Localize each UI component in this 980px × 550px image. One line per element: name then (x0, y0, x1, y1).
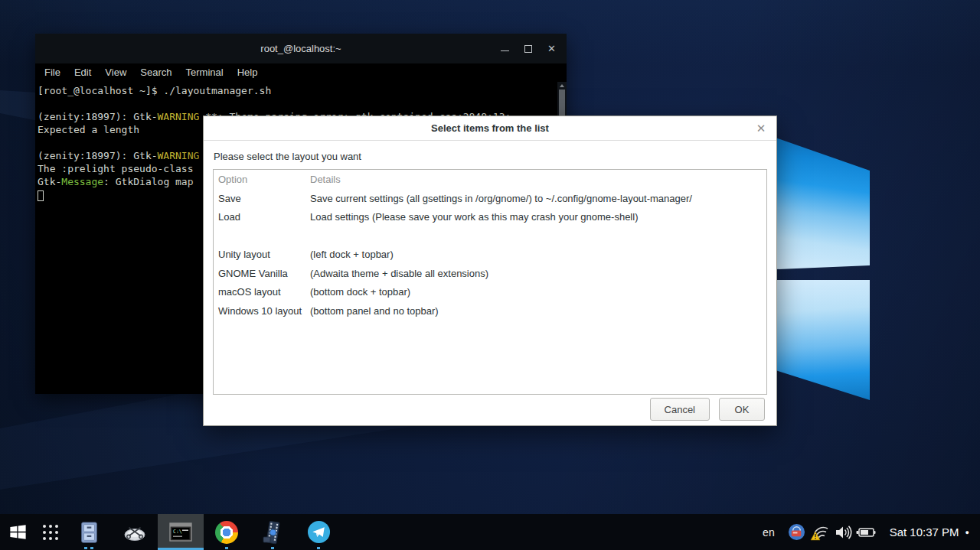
film-strip-icon (260, 520, 285, 545)
list-header: Option Details (214, 170, 766, 189)
list-item-windows10-layout[interactable]: Windows 10 layout (bottom panel and no t… (214, 301, 766, 321)
list-item-macos-layout[interactable]: macOS layout (bottom dock + topbar) (214, 283, 766, 302)
option-cell: Load (214, 211, 305, 223)
window-indicator (317, 547, 320, 549)
apps-grid-icon (41, 523, 60, 542)
list-item-blank[interactable] (214, 226, 766, 246)
scissors-disc-icon (122, 520, 148, 545)
list-item-save[interactable]: Save Save current settings (all gsetting… (214, 189, 766, 208)
battery-icon (856, 526, 876, 539)
details-cell: (left dock + topbar) (305, 249, 766, 260)
menu-search[interactable]: Search (133, 67, 178, 78)
terminal-cursor (38, 190, 44, 201)
notification-dot[interactable]: ● (962, 529, 975, 536)
taskbar-app-video-editor[interactable] (250, 514, 296, 550)
terminal-menubar: File Edit View Search Terminal Help (35, 63, 567, 81)
show-applications-button[interactable] (35, 514, 66, 550)
menu-file[interactable]: File (38, 67, 67, 78)
battery-button[interactable] (854, 514, 877, 550)
layout-listbox: Option Details Save Save current setting… (213, 169, 767, 395)
warning-keyword: WARNING (158, 150, 200, 161)
tray-app-button[interactable] (786, 514, 808, 550)
taskbar-app-scissors-tool[interactable] (112, 514, 158, 550)
menu-view[interactable]: View (98, 67, 133, 78)
option-cell: Windows 10 layout (214, 305, 305, 317)
taskbar-app-terminal[interactable]: C:\ (158, 514, 204, 550)
log-text: The :prelight pseudo-class (38, 163, 194, 174)
log-text: (zenity:18997): Gtk- (38, 150, 158, 161)
dialog-prompt: Please select the layout you want (214, 151, 767, 162)
ok-button[interactable]: OK (719, 398, 765, 421)
window-indicator (84, 547, 93, 549)
details-cell: (Adwaita theme + disable all extensions) (305, 268, 766, 279)
speaker-icon (834, 524, 852, 541)
terminal-icon-text: C:\ (173, 529, 182, 535)
taskbar-app-telegram[interactable] (296, 514, 341, 550)
option-cell: Unity layout (214, 249, 305, 260)
window-indicator (271, 547, 274, 549)
column-header-option[interactable]: Option (214, 174, 305, 185)
maximize-icon[interactable] (524, 45, 532, 53)
window-indicator (225, 547, 228, 549)
dialog-titlebar[interactable]: Select items from the list ✕ (204, 116, 776, 141)
terminal-titlebar[interactable]: root_@localhost:~ ✕ (35, 34, 567, 63)
scroll-up-icon[interactable] (560, 84, 564, 87)
log-text: (zenity:18997): Gtk- (38, 111, 158, 122)
select-items-dialog: Select items from the list ✕ Please sele… (203, 116, 777, 426)
dialog-buttons: Cancel OK (650, 398, 765, 421)
list-item-gnome-vanilla[interactable]: GNOME Vanilla (Adwaita theme + disable a… (214, 264, 766, 283)
wifi-warning-icon (810, 523, 830, 542)
option-cell: GNOME Vanilla (214, 268, 305, 279)
menu-edit[interactable]: Edit (67, 67, 98, 78)
tray-app-icon (788, 523, 805, 541)
desktop: root_@localhost:~ ✕ File Edit View Searc… (0, 0, 980, 550)
dialog-title: Select items from the list (431, 122, 549, 134)
volume-button[interactable] (831, 514, 854, 550)
minimize-icon[interactable] (501, 50, 509, 51)
scrollbar-thumb[interactable] (559, 89, 565, 119)
log-text: : GtkDialog map (103, 176, 193, 187)
log-text: Expected a length (38, 124, 139, 135)
warning-keyword: WARNING (158, 111, 200, 122)
option-cell: Save (214, 193, 305, 204)
terminal-icon: C:\ (168, 522, 193, 543)
terminal-window-controls: ✕ (501, 34, 556, 63)
option-cell: macOS layout (214, 286, 305, 298)
windows-logo-icon (8, 522, 28, 542)
details-cell: (bottom dock + topbar) (305, 286, 766, 298)
terminal-line: [root_@localhost ~]$ ./layoutmanager.sh (38, 84, 556, 97)
terminal-window-title: root_@localhost:~ (260, 43, 341, 54)
chrome-icon (215, 521, 238, 544)
close-icon[interactable]: ✕ (750, 116, 772, 140)
list-item-load[interactable]: Load Load settings (Please save your wor… (214, 208, 766, 227)
details-cell: Load settings (Please save your work as … (305, 211, 766, 223)
menu-help[interactable]: Help (230, 67, 265, 78)
start-button[interactable] (0, 514, 35, 550)
language-indicator[interactable]: en (752, 526, 786, 539)
cancel-button[interactable]: Cancel (650, 398, 710, 421)
message-keyword: Message (61, 176, 103, 187)
taskbar-app-file-manager[interactable] (66, 514, 112, 550)
column-header-details[interactable]: Details (305, 174, 766, 185)
network-status-button[interactable] (808, 514, 831, 550)
terminal-line (38, 97, 556, 110)
taskbar-clock[interactable]: Sat 10:37 PM (877, 526, 962, 539)
shell-prompt: [root_@localhost ~]$ ./layoutmanager.sh (38, 85, 271, 96)
system-tray: en (752, 514, 980, 550)
file-cabinet-icon (77, 520, 100, 545)
taskbar-app-chrome[interactable] (204, 514, 250, 550)
log-text: Gtk- (38, 176, 61, 187)
menu-terminal[interactable]: Terminal (179, 67, 230, 78)
details-cell: Save current settings (all gsettings in … (305, 193, 766, 204)
dialog-body: Please select the layout you want Option… (204, 141, 776, 395)
telegram-icon (307, 520, 331, 544)
details-cell: (bottom panel and no topbar) (305, 305, 766, 317)
taskbar: C:\ (0, 514, 980, 550)
close-icon[interactable]: ✕ (547, 44, 556, 54)
list-item-unity-layout[interactable]: Unity layout (left dock + topbar) (214, 246, 766, 265)
